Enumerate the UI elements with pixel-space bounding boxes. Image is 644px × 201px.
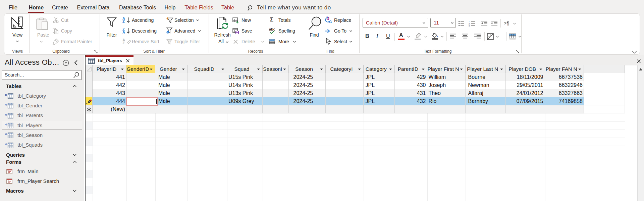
svg-text:1: 1 — [469, 20, 470, 22]
svg-text:2: 2 — [469, 23, 470, 25]
